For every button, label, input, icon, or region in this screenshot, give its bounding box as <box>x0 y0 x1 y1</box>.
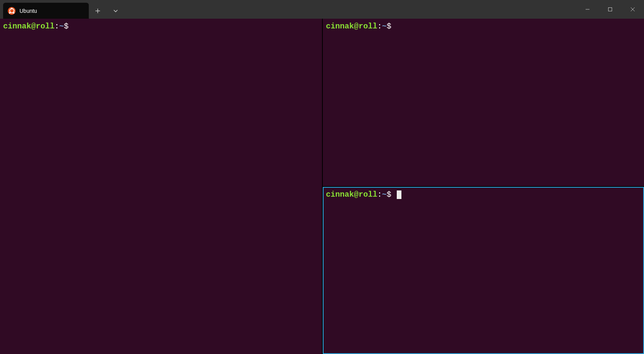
window-controls <box>576 0 644 19</box>
prompt-symbol: $ <box>64 22 69 31</box>
terminal-pane-bottom-right[interactable]: cinnak@roll:~$ <box>323 186 644 354</box>
terminal-output: cinnak@roll:~$ <box>323 187 644 202</box>
prompt-path: ~ <box>382 22 387 31</box>
prompt-path: ~ <box>59 22 64 31</box>
prompt-path: ~ <box>382 190 387 199</box>
minimize-button[interactable] <box>576 0 599 19</box>
prompt-user-host: cinnak@roll <box>326 190 377 199</box>
profile-dropdown-button[interactable] <box>107 3 125 19</box>
titlebar: Ubuntu <box>0 0 644 19</box>
new-tab-button[interactable] <box>89 3 107 19</box>
minimize-icon <box>585 7 590 12</box>
maximize-button[interactable] <box>599 0 621 19</box>
close-icon <box>630 7 635 12</box>
cursor-icon <box>397 190 401 199</box>
terminal-workspace: cinnak@roll:~$ cinnak@roll:~$ cinnak@rol… <box>0 19 644 354</box>
prompt-colon: : <box>55 22 59 31</box>
prompt-colon: : <box>377 190 382 199</box>
prompt-colon: : <box>377 22 382 31</box>
close-icon <box>74 6 84 16</box>
ubuntu-logo-icon <box>8 7 16 15</box>
maximize-icon <box>608 7 612 12</box>
tab-close-button[interactable] <box>74 6 84 16</box>
svg-line-1 <box>75 7 83 15</box>
tab-ubuntu[interactable]: Ubuntu <box>3 3 89 19</box>
terminal-right-column: cinnak@roll:~$ cinnak@roll:~$ <box>322 19 644 354</box>
chevron-down-icon <box>113 8 118 14</box>
prompt-user-host: cinnak@roll <box>326 22 377 31</box>
terminal-pane-top-right[interactable]: cinnak@roll:~$ <box>323 19 644 186</box>
window-close-button[interactable] <box>621 0 644 19</box>
prompt-symbol: $ <box>387 190 391 199</box>
terminal-pane-left[interactable]: cinnak@roll:~$ <box>0 19 322 354</box>
terminal-output: cinnak@roll:~$ <box>0 19 322 34</box>
svg-line-0 <box>75 7 83 15</box>
plus-icon <box>95 8 100 14</box>
titlebar-drag-region[interactable] <box>125 0 576 19</box>
terminal-output: cinnak@roll:~$ <box>323 19 644 34</box>
prompt-symbol: $ <box>387 22 391 31</box>
svg-rect-5 <box>609 8 612 11</box>
tab-strip: Ubuntu <box>0 0 89 19</box>
tab-title: Ubuntu <box>19 8 71 14</box>
prompt-user-host: cinnak@roll <box>3 22 55 31</box>
